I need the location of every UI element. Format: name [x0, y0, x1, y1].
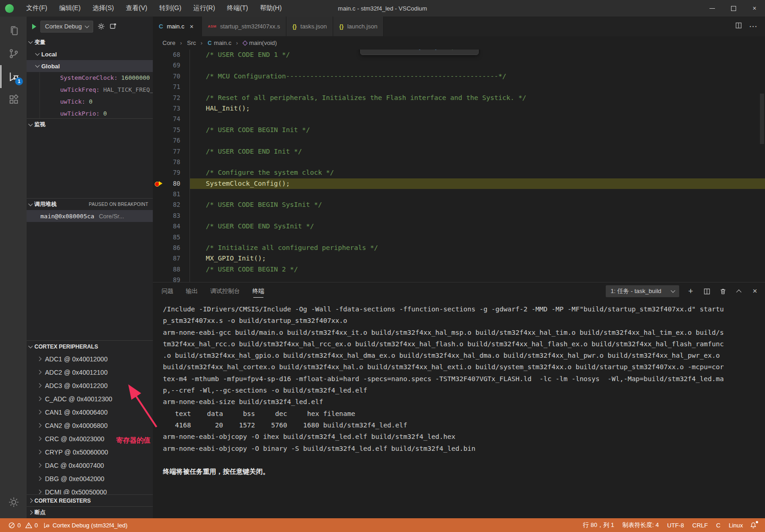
breadcrumb-item[interactable]: main(void) [235, 39, 278, 46]
status-item[interactable]: 制表符长度: 4 [618, 518, 663, 532]
debug-console-icon[interactable] [109, 22, 117, 30]
menu-item[interactable]: 查看(V) [120, 0, 153, 17]
peripheral-row[interactable]: ADC2 @ 0x40012100 [27, 366, 153, 379]
notifications-bell-icon[interactable] [747, 518, 759, 532]
breakpoint-gutter[interactable] [153, 200, 163, 210]
step-over-icon[interactable] [397, 50, 410, 53]
toolbar-grip[interactable] [364, 50, 377, 53]
breakpoint-gutter[interactable] [153, 103, 163, 114]
status-item[interactable]: Linux [725, 518, 747, 532]
breakpoint-gutter[interactable] [153, 221, 163, 232]
menu-item[interactable]: 帮助(H) [254, 0, 287, 17]
breakpoint-gutter[interactable] [153, 189, 163, 200]
breakpoint-gutter[interactable] [153, 167, 163, 178]
breadcrumb-item[interactable]: main.c [199, 39, 233, 46]
variable-row[interactable]: uwTick: 0 [39, 96, 153, 108]
close-button[interactable]: × [744, 0, 765, 17]
panel-tab[interactable]: 终端 [252, 283, 264, 300]
breakpoint-gutter[interactable] [153, 93, 163, 103]
restart-icon[interactable] [446, 50, 458, 53]
tab-close-icon[interactable] [188, 23, 195, 30]
kill-terminal-icon[interactable] [718, 287, 727, 296]
breakpoints-section-header[interactable]: 断点 [27, 506, 153, 518]
code-line[interactable]: 84 /* USER CODE END SysInit */ [153, 221, 765, 232]
code-line[interactable]: 77 /* USER CODE END Init */ [153, 146, 765, 157]
split-editor-icon[interactable] [735, 22, 742, 31]
breakpoint-gutter[interactable] [153, 211, 163, 221]
editor-tab[interactable]: main.c [153, 17, 202, 36]
code-line[interactable]: 70 /* MCU Configuration-----------------… [153, 71, 765, 82]
code-line[interactable]: 86 /* Initialize all configured peripher… [153, 243, 765, 253]
peripheral-row[interactable]: DAC @ 0x40007400 [27, 459, 153, 472]
problems-status[interactable]: 0 0 [6, 518, 40, 532]
breakpoint-gutter[interactable] [153, 275, 163, 282]
status-item[interactable]: C [712, 518, 725, 532]
peripheral-row[interactable]: CRC @ 0x40023000 [27, 432, 153, 445]
code-line[interactable]: 78 [153, 157, 765, 167]
code-line[interactable]: 76 [153, 135, 765, 146]
peripheral-row[interactable]: ADC3 @ 0x40012200 [27, 379, 153, 392]
menu-item[interactable]: 运行(R) [187, 0, 221, 17]
variables-section-header[interactable]: 变量 [27, 36, 153, 48]
more-actions-icon[interactable] [749, 22, 758, 30]
extensions-icon[interactable] [0, 88, 26, 111]
maximize-panel-icon[interactable] [734, 287, 743, 296]
settings-gear-icon[interactable] [0, 491, 26, 514]
terminal-select[interactable]: 1: 任务 - task_build [606, 285, 679, 297]
step-out-icon[interactable] [430, 50, 442, 53]
step-into-icon[interactable] [413, 50, 426, 53]
start-debug-icon[interactable] [32, 24, 36, 29]
panel-tab[interactable]: 问题 [162, 283, 173, 300]
breakpoint-gutter[interactable] [153, 253, 163, 264]
breakpoint-gutter[interactable] [153, 135, 163, 146]
breakpoint-gutter[interactable] [153, 146, 163, 157]
code-line[interactable]: 72 /* Reset of all peripherals, Initiali… [153, 93, 765, 103]
editor-tab[interactable]: tasks.json [286, 17, 333, 36]
status-item[interactable]: 行 80，列 1 [579, 518, 618, 532]
editor-tab[interactable]: startup_stm32f407xx.s [202, 17, 286, 36]
breadcrumb-item[interactable]: Core [161, 39, 177, 46]
code-line[interactable]: 88 /* USER CODE BEGIN 2 */ [153, 264, 765, 275]
breakpoint-gutter[interactable] [153, 232, 163, 243]
scope-global[interactable]: Global [27, 60, 153, 72]
split-terminal-icon[interactable] [702, 287, 711, 296]
breakpoint-gutter[interactable] [153, 114, 163, 124]
debug-session-status[interactable]: Cortex Debug (stm32f4_led) [40, 518, 130, 532]
watch-section-header[interactable]: 监视 [27, 118, 153, 130]
breakpoint-gutter[interactable] [153, 60, 163, 71]
breakpoint-gutter[interactable] [153, 82, 163, 92]
code-line[interactable]: 80 SystemClock_Config(); [153, 178, 765, 189]
code-line[interactable]: 89 [153, 275, 765, 282]
peripheral-row[interactable]: C_ADC @ 0x40012300 [27, 392, 153, 405]
peripheral-row[interactable]: DBG @ 0xe0042000 [27, 472, 153, 485]
code-line[interactable]: 74 [153, 114, 765, 124]
registers-section-header[interactable]: CORTEX REGISTERS [27, 494, 153, 506]
close-panel-icon[interactable] [750, 287, 759, 296]
menu-item[interactable]: 转到(G) [153, 0, 187, 17]
breakpoint-gutter[interactable] [153, 178, 163, 189]
breakpoint-gutter[interactable] [153, 125, 163, 135]
code-line[interactable]: 81 [153, 189, 765, 200]
explorer-icon[interactable] [0, 19, 26, 42]
breakpoint-gutter[interactable] [153, 264, 163, 275]
editor-tab[interactable]: launch.json [333, 17, 384, 36]
code-line[interactable]: 75 /* USER CODE BEGIN Init */ [153, 125, 765, 135]
peripheral-row[interactable]: CRYP @ 0x50060000 [27, 445, 153, 459]
menu-item[interactable]: 终端(T) [221, 0, 254, 17]
variable-row[interactable]: SystemCoreClock: 16000000 [39, 72, 153, 84]
new-terminal-icon[interactable] [686, 287, 695, 296]
code-editor[interactable]: 68 /* USER CODE END 1 */ 69 70 [153, 50, 765, 282]
code-line[interactable]: 82 /* USER CODE BEGIN SysInit */ [153, 200, 765, 210]
breakpoint-gutter[interactable] [153, 157, 163, 167]
code-line[interactable]: 73 HAL_Init(); [153, 103, 765, 114]
menu-item[interactable]: 文件(F) [20, 0, 53, 17]
variable-row[interactable]: uwTickFreq: HAL_TICK_FREQ_1... [39, 84, 153, 96]
callstack-section-header[interactable]: 调用堆栈 PAUSED ON BREAKPOINT [27, 198, 153, 210]
peripheral-row[interactable]: CAN1 @ 0x40006400 [27, 405, 153, 419]
code-line[interactable]: 69 [153, 60, 765, 71]
breakpoint-gutter[interactable] [153, 243, 163, 253]
variable-row[interactable]: uwTickPrio: 0 [39, 108, 153, 118]
breakpoint-gutter[interactable] [153, 71, 163, 82]
panel-tab[interactable]: 输出 [186, 283, 198, 300]
maximize-button[interactable] [723, 0, 744, 17]
